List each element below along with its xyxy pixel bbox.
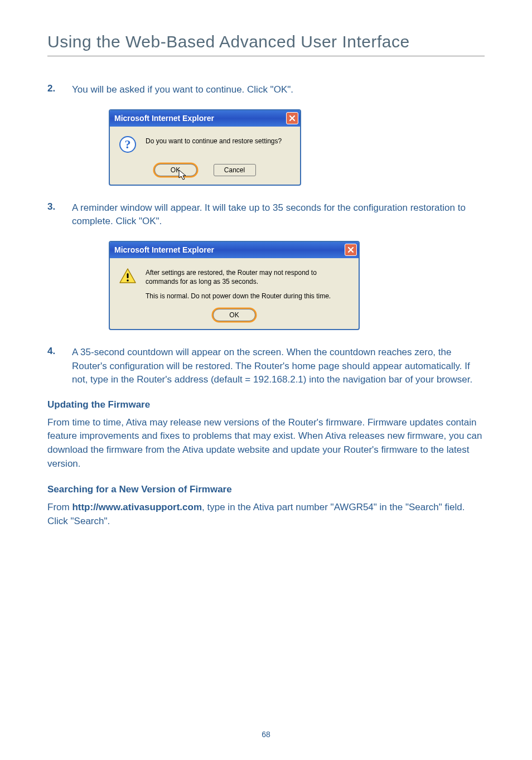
- close-icon[interactable]: [286, 112, 298, 124]
- svg-rect-2: [127, 273, 129, 278]
- dialog-titlebar: Microsoft Internet Explorer: [110, 242, 359, 258]
- dialog-message-line2: This is normal. Do not power down the Ro…: [146, 292, 350, 300]
- dialog-restore-wait: Microsoft Internet Explorer After settin…: [109, 241, 485, 330]
- dialog-titlebar: Microsoft Internet Explorer: [110, 110, 300, 127]
- step-4-text: A 35-second countdown will appear on the…: [72, 346, 485, 387]
- updating-firmware-heading: Updating the Firmware: [47, 399, 485, 410]
- close-icon[interactable]: [345, 244, 357, 256]
- searching-firmware-heading: Searching for a New Version of Firmware: [47, 484, 485, 495]
- step-3-number: 3.: [47, 201, 57, 229]
- svg-text:?: ?: [125, 137, 131, 151]
- dialog-title: Microsoft Internet Explorer: [114, 114, 214, 123]
- step-2-number: 2.: [47, 83, 57, 97]
- step-3-text: A reminder window will appear. It will t…: [72, 201, 485, 229]
- step-2: 2. You will be asked if you want to cont…: [47, 83, 485, 97]
- question-icon: ?: [119, 135, 137, 155]
- dialog-title: Microsoft Internet Explorer: [114, 245, 214, 254]
- ativa-support-link[interactable]: http://www.ativasupport.com: [72, 502, 202, 512]
- cancel-button[interactable]: Cancel: [214, 164, 256, 176]
- page-number: 68: [0, 730, 532, 739]
- step-4: 4. A 35-second countdown will appear on …: [47, 346, 485, 387]
- searching-firmware-body: From http://www.ativasupport.com, type i…: [47, 501, 485, 528]
- step-4-number: 4.: [47, 346, 57, 387]
- page-title: Using the Web-Based Advanced User Interf…: [47, 32, 485, 51]
- ok-button[interactable]: OK: [213, 309, 255, 321]
- dialog-continue-restore: Microsoft Internet Explorer ? Do you wan…: [109, 109, 485, 186]
- step-3: 3. A reminder window will appear. It wil…: [47, 201, 485, 229]
- warning-icon: [119, 267, 137, 287]
- dialog-message: Do you want to continue and restore sett…: [146, 137, 291, 146]
- dialog-message-line1: After settings are restored, the Router …: [146, 268, 350, 286]
- search-prefix: From: [47, 502, 72, 512]
- ok-button[interactable]: OK: [154, 164, 197, 176]
- step-2-text: You will be asked if you want to continu…: [72, 83, 293, 97]
- updating-firmware-body: From time to time, Ativa may release new…: [47, 416, 485, 471]
- title-divider: [47, 56, 485, 56]
- cursor-icon: [178, 170, 187, 182]
- svg-point-3: [127, 279, 129, 282]
